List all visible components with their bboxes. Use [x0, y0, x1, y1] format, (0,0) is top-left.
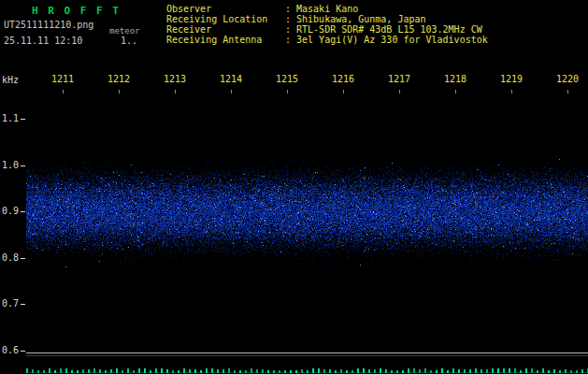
- y-tick-mark: [21, 304, 25, 305]
- y-tick-label: 0.8: [0, 252, 19, 263]
- y-tick-label: 0.6: [0, 345, 19, 355]
- y-tick-mark: [21, 211, 25, 212]
- x-tick-label: 1219: [499, 74, 523, 84]
- header-info-block: Observer: Masaki KanoReceiving Location:…: [166, 4, 488, 45]
- x-tick-label: 1212: [107, 74, 131, 84]
- extra-label: 1..: [121, 36, 137, 46]
- info-value: : Masaki Kano: [285, 4, 358, 14]
- observation-tag: meteor: [109, 26, 140, 36]
- header-info-row: Receiving Antenna: 3el Yagi(V) Az 330 fo…: [166, 35, 488, 45]
- x-tick-label: 1217: [387, 74, 411, 84]
- x-tick-label: 1218: [443, 74, 467, 84]
- header-info-row: Receiver: RTL-SDR SDR# 43dB L15 103.2MHz…: [166, 24, 488, 35]
- info-label: Receiving Antenna: [166, 35, 285, 45]
- x-tick-label: 1215: [275, 74, 299, 84]
- y-axis: 1.11.00.90.80.70.6: [0, 0, 26, 374]
- y-tick-label: 1.0: [0, 160, 19, 170]
- info-value: : Shibukawa, Gunma, Japan: [285, 14, 426, 24]
- x-tick-label: 1216: [331, 74, 355, 84]
- x-tick-label: 1213: [163, 74, 187, 84]
- info-label: Receiving Location: [166, 14, 285, 24]
- hrofft-spectrogram-window: H R O F F T UT2511111210.png meteor 25.1…: [0, 0, 588, 374]
- y-tick-mark: [21, 119, 25, 120]
- header-info-row: Receiving Location: Shibukawa, Gunma, Ja…: [166, 14, 488, 24]
- info-value: : RTL-SDR SDR# 43dB L15 103.2MHz CW: [285, 24, 482, 35]
- signal-level-graph-canvas: [26, 353, 588, 374]
- x-axis: 1211121212131214121512161217121812191220: [0, 74, 588, 94]
- spectrogram-canvas: [26, 94, 588, 352]
- y-tick-mark: [21, 165, 25, 166]
- y-tick-label: 0.7: [0, 298, 19, 309]
- app-title: H R O F F T: [32, 5, 121, 17]
- header-info-row: Observer: Masaki Kano: [166, 4, 488, 14]
- y-tick-label: 1.1: [0, 113, 19, 123]
- y-tick-label: 0.9: [0, 206, 19, 216]
- info-label: Observer: [166, 4, 285, 14]
- y-tick-mark: [21, 351, 25, 352]
- x-tick-label: 1214: [219, 74, 243, 84]
- y-tick-mark: [21, 258, 25, 259]
- x-tick-label: 1211: [50, 74, 75, 84]
- x-tick-label: 1220: [555, 74, 580, 84]
- info-value: : 3el Yagi(V) Az 330 for Vladivostok: [285, 35, 488, 45]
- info-label: Receiver: [166, 24, 285, 35]
